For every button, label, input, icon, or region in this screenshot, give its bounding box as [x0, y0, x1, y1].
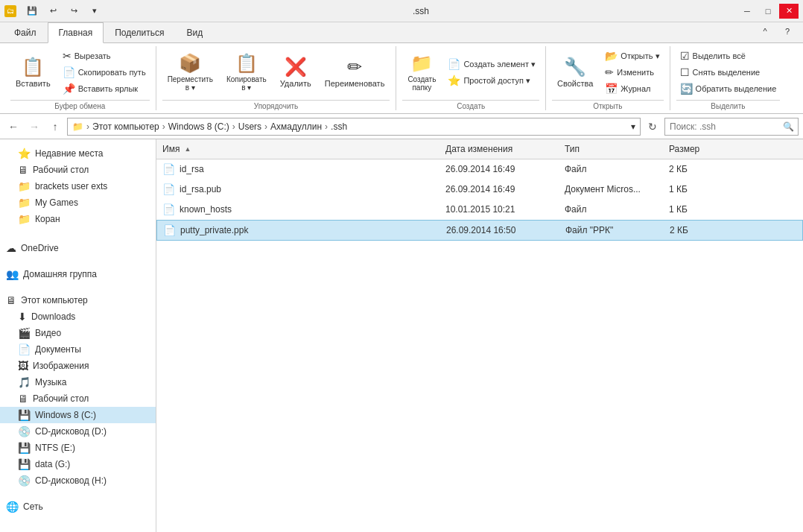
- path-this-pc[interactable]: Этот компьютер: [92, 121, 159, 132]
- search-wrap: 🔍: [664, 118, 799, 136]
- clipboard-buttons: 📋 Вставить ✂ Вырезать 📄 Скопировать путь…: [10, 46, 150, 98]
- onedrive-icon: ☁: [6, 242, 16, 254]
- path-drive[interactable]: Windows 8 (C:): [168, 121, 229, 132]
- new-item-btn[interactable]: 📄 Создать элемент ▾: [444, 56, 539, 72]
- table-row[interactable]: 📄 known_hosts 10.01.2015 10:21 Файл 1 КБ: [156, 200, 803, 220]
- sidebar-item-music[interactable]: 🎵 Музыка: [0, 374, 156, 390]
- back-btn[interactable]: ←: [4, 118, 22, 136]
- file-icon: 📄: [162, 163, 175, 175]
- redo-btn[interactable]: ↪: [64, 4, 83, 19]
- table-row[interactable]: 📄 putty_private.ppk 26.09.2014 16:50 Фай…: [156, 220, 803, 241]
- col-header-name[interactable]: Имя ▲: [156, 142, 439, 156]
- minimize-btn[interactable]: ─: [737, 4, 757, 19]
- cut-icon: ✂: [63, 50, 72, 62]
- col-header-type[interactable]: Тип: [559, 142, 663, 156]
- sidebar-this-pc[interactable]: 🖥 Этот компьютер: [0, 290, 156, 308]
- forward-btn[interactable]: →: [25, 118, 43, 136]
- easy-access-btn[interactable]: ⭐ Простой доступ ▾: [444, 72, 539, 89]
- images-icon: 🖼: [18, 360, 28, 372]
- path-ssh[interactable]: .ssh: [331, 121, 347, 132]
- sidebar-item-cd-d[interactable]: 💿 CD-дисковод (D:): [0, 423, 156, 440]
- rename-btn[interactable]: ✏ Переименовать: [320, 53, 390, 92]
- sidebar-item-documents[interactable]: 📄 Документы: [0, 341, 156, 358]
- copy-to-btn[interactable]: 📋 Копироватьв ▾: [221, 49, 272, 95]
- file-type-cell: Файл: [559, 203, 663, 216]
- ribbon-group-create: 📁 Создатьпапку 📄 Создать элемент ▾ ⭐ Про…: [396, 46, 546, 110]
- sidebar-item-ntfs[interactable]: 💾 NTFS (E:): [0, 440, 156, 456]
- sidebar-item-koran[interactable]: 📁 Коран: [0, 211, 156, 227]
- title-bar-left: 🗂 💾 ↩ ↪ ▾: [4, 4, 104, 19]
- dropdown-btn[interactable]: ▾: [85, 4, 104, 19]
- table-row[interactable]: 📄 id_rsa 26.09.2014 16:49 Файл 2 КБ: [156, 159, 803, 180]
- path-users[interactable]: Users: [238, 121, 261, 132]
- downloads-icon: ⬇: [18, 311, 27, 323]
- delete-btn[interactable]: ❌ Удалить: [275, 53, 317, 92]
- data-icon: 💾: [18, 458, 31, 470]
- edit-btn[interactable]: ✏ Изменить: [601, 64, 663, 80]
- sidebar-item-desktop2[interactable]: 🖥 Рабочий стол: [0, 390, 156, 407]
- open-buttons: 🔧 Свойства 📂 Открыть ▾ ✏ Изменить 📅 Журн…: [552, 46, 664, 98]
- help-btn[interactable]: ?: [778, 24, 797, 39]
- ribbon-header: Файл Главная Поделиться Вид ^ ?: [0, 22, 803, 42]
- new-folder-btn[interactable]: 📁 Создатьпапку: [402, 49, 441, 95]
- table-row[interactable]: 📄 id_rsa.pub 26.09.2014 16:49 Документ M…: [156, 180, 803, 200]
- search-input[interactable]: [664, 118, 799, 136]
- paste-shortcut-btn[interactable]: 📌 Вставить ярлык: [59, 80, 150, 97]
- col-header-size[interactable]: Размер: [663, 142, 723, 156]
- ntfs-icon: 💾: [18, 442, 31, 454]
- clipboard-label: Буфер обмена: [10, 100, 150, 110]
- history-btn[interactable]: 📅 Журнал: [601, 80, 663, 97]
- sidebar-item-recent[interactable]: ⭐ Недавние места: [0, 145, 156, 162]
- file-name-cell: 📄 id_rsa.pub: [156, 182, 439, 197]
- file-size-cell: 2 КБ: [664, 224, 723, 237]
- close-btn[interactable]: ✕: [779, 4, 799, 19]
- ribbon-group-select: ☑ Выделить всё ☐ Снять выделение 🔄 Обрат…: [670, 46, 787, 110]
- file-size-cell: 1 КБ: [663, 203, 723, 216]
- deselect-btn[interactable]: ☐ Снять выделение: [676, 64, 781, 80]
- open-btn[interactable]: 📂 Открыть ▾: [601, 48, 663, 64]
- select-col: ☑ Выделить всё ☐ Снять выделение 🔄 Обрат…: [676, 48, 781, 97]
- sidebar-item-desktop1[interactable]: 🖥 Рабочий стол: [0, 162, 156, 178]
- file-size-cell: 2 КБ: [663, 162, 723, 176]
- up-btn[interactable]: ↑: [46, 118, 64, 136]
- quick-access-btn[interactable]: 💾: [22, 4, 42, 19]
- recent-icon: ⭐: [18, 148, 31, 159]
- this-pc-icon: 🖥: [6, 294, 16, 306]
- sidebar-onedrive[interactable]: ☁ OneDrive: [0, 238, 156, 256]
- sidebar-item-downloads[interactable]: ⬇ Downloads: [0, 308, 156, 325]
- copy-path-btn[interactable]: 📄 Скопировать путь: [59, 64, 150, 80]
- maximize-btn[interactable]: □: [758, 4, 778, 19]
- sidebar-item-brackets[interactable]: 📁 brackets user exts: [0, 178, 156, 194]
- tab-home[interactable]: Главная: [48, 22, 104, 43]
- sidebar-item-cd-h[interactable]: 💿 CD-дисковод (H:): [0, 472, 156, 489]
- properties-btn[interactable]: 🔧 Свойства: [552, 53, 598, 92]
- invert-btn[interactable]: 🔄 Обратить выделение: [676, 80, 781, 97]
- path-username[interactable]: Ахмадуллин: [270, 121, 322, 132]
- paste-btn[interactable]: 📋 Вставить: [10, 53, 56, 92]
- sidebar-network[interactable]: 🌐 Сеть: [0, 496, 156, 515]
- tab-file[interactable]: Файл: [3, 22, 48, 42]
- select-all-btn[interactable]: ☑ Выделить всё: [676, 48, 781, 64]
- ribbon-collapse-btn[interactable]: ^: [755, 24, 775, 39]
- tab-share[interactable]: Поделиться: [104, 22, 175, 42]
- move-to-btn[interactable]: 📦 Переместитьв ▾: [162, 49, 218, 95]
- select-all-icon: ☑: [680, 50, 690, 62]
- file-list: Имя ▲ Дата изменения Тип Размер 📄 id_rsa…: [156, 139, 803, 532]
- undo-btn[interactable]: ↩: [43, 4, 63, 19]
- address-path[interactable]: 📁 › Этот компьютер › Windows 8 (C:) › Us…: [67, 118, 641, 136]
- create-buttons: 📁 Создатьпапку 📄 Создать элемент ▾ ⭐ Про…: [402, 46, 539, 98]
- sidebar-item-video[interactable]: 🎬 Видео: [0, 325, 156, 341]
- file-icon: 📄: [162, 183, 175, 195]
- col-header-date[interactable]: Дата изменения: [439, 142, 559, 156]
- sidebar-item-mygames[interactable]: 📁 My Games: [0, 194, 156, 211]
- new-folder-icon: 📁: [410, 53, 433, 74]
- sidebar-item-images[interactable]: 🖼 Изображения: [0, 358, 156, 374]
- refresh-btn[interactable]: ↻: [644, 118, 661, 136]
- tab-view[interactable]: Вид: [175, 22, 214, 42]
- cut-btn[interactable]: ✂ Вырезать: [59, 48, 150, 64]
- ribbon-group-clipboard: 📋 Вставить ✂ Вырезать 📄 Скопировать путь…: [4, 46, 156, 110]
- sidebar-item-windows8[interactable]: 💾 Windows 8 (C:): [0, 407, 156, 423]
- app-icon: 🗂: [4, 5, 16, 17]
- sidebar-item-data[interactable]: 💾 data (G:): [0, 456, 156, 472]
- sidebar-homegroup[interactable]: 👥 Домашняя группа: [0, 264, 156, 282]
